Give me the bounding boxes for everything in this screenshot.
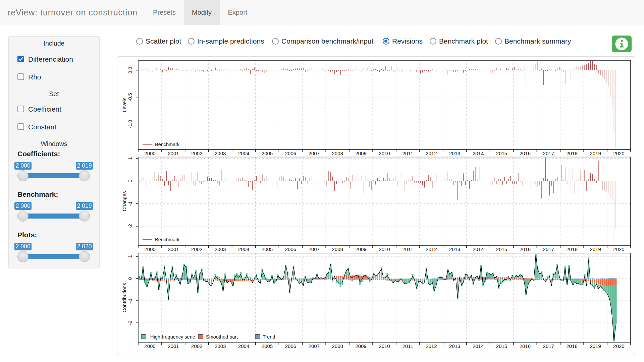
svg-text:-2: -2 bbox=[127, 224, 133, 229]
svg-text:2011: 2011 bbox=[402, 246, 413, 252]
svg-text:Benchmark: Benchmark bbox=[155, 237, 180, 242]
svg-text:0: 0 bbox=[127, 180, 133, 182]
svg-text:2014: 2014 bbox=[473, 246, 484, 252]
svg-text:2011: 2011 bbox=[402, 343, 413, 349]
svg-text:2019: 2019 bbox=[590, 343, 601, 349]
svg-text:2020: 2020 bbox=[613, 246, 624, 252]
svg-text:2016: 2016 bbox=[520, 150, 531, 156]
svg-text:Levels: Levels bbox=[121, 98, 127, 112]
svg-text:2014: 2014 bbox=[473, 150, 484, 156]
svg-text:2008: 2008 bbox=[332, 150, 343, 156]
svg-text:2018: 2018 bbox=[567, 150, 578, 156]
svg-text:2008: 2008 bbox=[332, 246, 343, 252]
svg-text:2012: 2012 bbox=[426, 246, 437, 252]
svg-text:2007: 2007 bbox=[309, 246, 320, 252]
svg-text:-1: -1 bbox=[127, 201, 133, 206]
svg-text:2005: 2005 bbox=[262, 150, 273, 156]
svg-text:2003: 2003 bbox=[215, 246, 226, 252]
svg-text:2004: 2004 bbox=[238, 343, 249, 349]
svg-text:2004: 2004 bbox=[238, 246, 249, 252]
svg-text:2017: 2017 bbox=[543, 150, 554, 156]
svg-text:2016: 2016 bbox=[520, 343, 531, 349]
svg-text:2008: 2008 bbox=[332, 343, 343, 349]
svg-text:2006: 2006 bbox=[285, 343, 296, 349]
svg-text:2010: 2010 bbox=[379, 150, 390, 156]
svg-text:-0.5: -0.5 bbox=[127, 93, 133, 101]
svg-text:2009: 2009 bbox=[355, 246, 366, 252]
svg-text:0.0: 0.0 bbox=[127, 67, 133, 73]
svg-text:2013: 2013 bbox=[449, 246, 460, 252]
svg-text:2012: 2012 bbox=[426, 150, 437, 156]
svg-text:Contributions: Contributions bbox=[121, 283, 127, 312]
svg-text:1: 1 bbox=[127, 157, 133, 160]
svg-text:2004: 2004 bbox=[238, 150, 249, 156]
svg-text:2013: 2013 bbox=[449, 343, 460, 349]
svg-text:2015: 2015 bbox=[496, 246, 507, 252]
svg-text:2001: 2001 bbox=[168, 343, 179, 349]
svg-text:-2: -2 bbox=[127, 321, 133, 325]
svg-text:2015: 2015 bbox=[496, 343, 507, 349]
svg-text:2009: 2009 bbox=[355, 150, 366, 156]
svg-text:2006: 2006 bbox=[285, 246, 296, 252]
svg-text:2005: 2005 bbox=[262, 343, 273, 349]
svg-text:2007: 2007 bbox=[309, 343, 320, 349]
svg-text:2012: 2012 bbox=[426, 343, 437, 349]
svg-text:2017: 2017 bbox=[543, 246, 554, 252]
svg-text:2003: 2003 bbox=[215, 150, 226, 156]
svg-text:2018: 2018 bbox=[567, 246, 578, 252]
svg-text:2020: 2020 bbox=[613, 343, 624, 349]
svg-text:-1.0: -1.0 bbox=[127, 120, 133, 128]
svg-text:2020: 2020 bbox=[613, 150, 624, 156]
svg-text:2019: 2019 bbox=[590, 246, 601, 252]
svg-text:2005: 2005 bbox=[262, 246, 273, 252]
svg-text:2002: 2002 bbox=[191, 246, 202, 252]
svg-text:2000: 2000 bbox=[144, 343, 155, 349]
svg-text:2000: 2000 bbox=[144, 150, 155, 156]
svg-text:2018: 2018 bbox=[567, 343, 578, 349]
svg-text:2010: 2010 bbox=[379, 343, 390, 349]
svg-text:Changes: Changes bbox=[121, 191, 127, 211]
svg-text:2016: 2016 bbox=[520, 246, 531, 252]
svg-text:-1: -1 bbox=[127, 299, 133, 303]
svg-text:1: 1 bbox=[127, 255, 133, 258]
svg-text:2003: 2003 bbox=[215, 343, 226, 349]
svg-text:2007: 2007 bbox=[309, 150, 320, 156]
svg-text:2002: 2002 bbox=[191, 343, 202, 349]
svg-text:2011: 2011 bbox=[402, 150, 413, 156]
svg-text:High-frequency serie: High-frequency serie bbox=[150, 334, 195, 340]
svg-text:2002: 2002 bbox=[191, 150, 202, 156]
svg-text:2009: 2009 bbox=[355, 343, 366, 349]
svg-text:2019: 2019 bbox=[590, 150, 601, 156]
svg-text:2013: 2013 bbox=[449, 150, 460, 156]
svg-text:2000: 2000 bbox=[144, 246, 155, 252]
svg-text:Smoothed part: Smoothed part bbox=[206, 334, 238, 340]
svg-text:2010: 2010 bbox=[379, 246, 390, 252]
svg-text:2014: 2014 bbox=[473, 343, 484, 349]
svg-text:2017: 2017 bbox=[543, 343, 554, 349]
svg-text:Trend: Trend bbox=[263, 334, 275, 340]
svg-text:2001: 2001 bbox=[168, 150, 179, 156]
svg-text:2015: 2015 bbox=[496, 150, 507, 156]
svg-text:Benchmark: Benchmark bbox=[155, 142, 180, 147]
svg-text:2001: 2001 bbox=[168, 246, 179, 252]
svg-text:2006: 2006 bbox=[285, 150, 296, 156]
svg-text:0: 0 bbox=[127, 277, 133, 280]
